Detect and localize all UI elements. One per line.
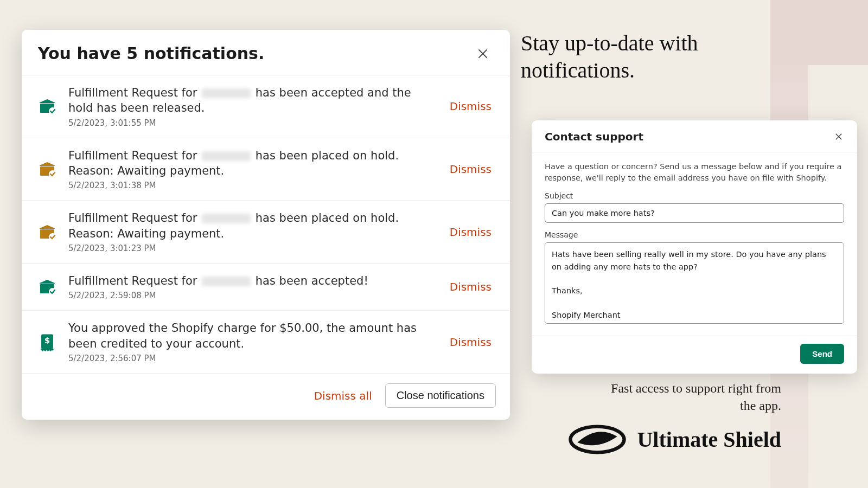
notification-body: Fulfillment Request for has been accepte… bbox=[68, 273, 436, 300]
contact-support-header: Contact support bbox=[532, 120, 857, 152]
logo-icon bbox=[567, 425, 627, 454]
subject-input[interactable] bbox=[545, 203, 844, 223]
redacted-text bbox=[202, 214, 251, 223]
receipt-icon: $ bbox=[38, 333, 56, 351]
close-icon[interactable] bbox=[833, 131, 844, 142]
notification-body: You approved the Shopify charge for $50.… bbox=[68, 320, 436, 363]
box-check-green-icon bbox=[38, 278, 56, 296]
notification-timestamp: 5/2/2023, 3:01:23 PM bbox=[68, 243, 436, 253]
notification-timestamp: 5/2/2023, 3:01:55 PM bbox=[68, 118, 436, 128]
box-check-green-icon bbox=[38, 97, 56, 115]
notification-text: You approved the Shopify charge for $50.… bbox=[68, 320, 436, 351]
logo-text: Ultimate Shield bbox=[637, 427, 781, 452]
notification-text: Fulfillment Request for has been placed … bbox=[68, 148, 436, 179]
dismiss-all-button[interactable]: Dismiss all bbox=[311, 385, 375, 407]
dismiss-button[interactable]: Dismiss bbox=[448, 223, 494, 241]
notification-text: Fulfillment Request for has been accepte… bbox=[68, 273, 436, 288]
contact-support-intro: Have a question or concern? Send us a me… bbox=[545, 161, 844, 184]
contact-support-title: Contact support bbox=[545, 130, 643, 143]
brand-logo: Ultimate Shield bbox=[567, 425, 781, 454]
notification-text: Fulfillment Request for has been placed … bbox=[68, 210, 436, 241]
notifications-panel: You have 5 notifications. Fulfillment Re… bbox=[22, 30, 510, 420]
notification-row: Fulfillment Request for has been placed … bbox=[22, 201, 510, 264]
notification-row: Fulfillment Request for has been placed … bbox=[22, 138, 510, 201]
dismiss-button[interactable]: Dismiss bbox=[448, 333, 494, 351]
notification-row: Fulfillment Request for has been accepte… bbox=[22, 264, 510, 311]
notifications-header: You have 5 notifications. bbox=[22, 30, 510, 75]
send-button[interactable]: Send bbox=[800, 344, 844, 364]
dismiss-button[interactable]: Dismiss bbox=[448, 98, 494, 115]
subject-label: Subject bbox=[545, 191, 844, 200]
notification-text: Fulfillment Request for has been accepte… bbox=[68, 85, 436, 116]
redacted-text bbox=[202, 277, 251, 286]
message-input[interactable] bbox=[545, 242, 844, 324]
dismiss-button[interactable]: Dismiss bbox=[448, 278, 494, 296]
box-check-amber-icon bbox=[38, 160, 56, 178]
close-notifications-button[interactable]: Close notifications bbox=[385, 383, 496, 408]
contact-support-footer: Send bbox=[532, 336, 857, 374]
notification-timestamp: 5/2/2023, 3:01:38 PM bbox=[68, 181, 436, 190]
notification-timestamp: 5/2/2023, 2:56:07 PM bbox=[68, 354, 436, 363]
background-stripe-top bbox=[770, 0, 868, 65]
notification-row: $You approved the Shopify charge for $50… bbox=[22, 311, 510, 374]
notification-timestamp: 5/2/2023, 2:59:08 PM bbox=[68, 291, 436, 300]
notifications-title: You have 5 notifications. bbox=[38, 44, 264, 63]
notifications-footer: Dismiss all Close notifications bbox=[22, 374, 510, 420]
notification-row: Fulfillment Request for has been accepte… bbox=[22, 75, 510, 138]
notification-body: Fulfillment Request for has been placed … bbox=[68, 148, 436, 191]
close-icon[interactable] bbox=[475, 46, 490, 61]
box-check-amber-icon bbox=[38, 223, 56, 241]
redacted-text bbox=[202, 88, 251, 98]
svg-text:$: $ bbox=[44, 336, 50, 345]
dismiss-button[interactable]: Dismiss bbox=[448, 160, 494, 178]
notification-body: Fulfillment Request for has been placed … bbox=[68, 210, 436, 253]
contact-support-body: Have a question or concern? Send us a me… bbox=[532, 152, 857, 336]
notification-body: Fulfillment Request for has been accepte… bbox=[68, 85, 436, 128]
contact-support-panel: Contact support Have a question or conce… bbox=[532, 120, 857, 374]
page-headline: Stay up-to-date with notifications. bbox=[521, 30, 770, 84]
page-subline: Fast access to support right from the ap… bbox=[602, 380, 781, 415]
redacted-text bbox=[202, 151, 251, 161]
message-label: Message bbox=[545, 230, 844, 239]
